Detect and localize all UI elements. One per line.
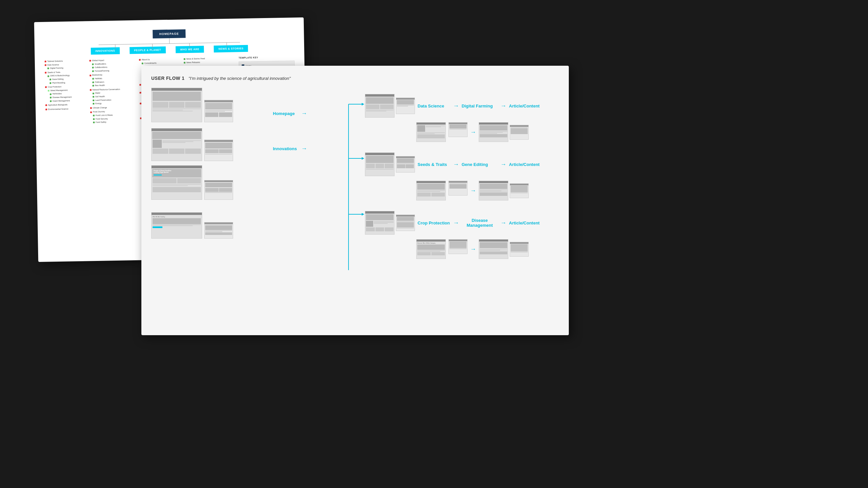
user-flow-label: USER FLOW 1: [151, 75, 184, 81]
wf-article-content-1: [479, 122, 508, 142]
wf-innovations-2: [204, 140, 233, 161]
homepage-box: HOMEPAGE: [153, 29, 185, 38]
wf-article-1: Who We Are heading: [151, 212, 202, 238]
template-key-title: TEMPLATE KEY: [239, 56, 294, 59]
wf-disease-mgmt-sm: [448, 239, 468, 254]
wf-article-content-2-sm: [509, 183, 529, 198]
sitemap-col-innovations: Tailored Solutions Data Science Digital …: [45, 59, 88, 125]
label-digital-farming: Digital Farming: [462, 103, 498, 108]
arrow-4: →: [500, 102, 506, 109]
wf-article-content-2: [479, 181, 508, 200]
wf-people-planet-2: [204, 180, 233, 200]
label-disease-mgmt: DiseaseManagement: [462, 218, 498, 228]
svg-marker-4: [362, 103, 364, 105]
svg-marker-5: [362, 157, 364, 160]
arrow-6: →: [500, 161, 506, 168]
nav-who-we-are: WHO WE ARE: [176, 46, 204, 53]
wf-data-science: [365, 94, 395, 118]
arrow-dm: →: [470, 246, 476, 253]
wf-gene-editing-sm: [448, 181, 468, 196]
branch-svg: [342, 86, 368, 316]
wf-digital-farming-sm: [448, 122, 468, 137]
wf-article-content-1-sm: [509, 125, 529, 140]
arrow-3: →: [453, 102, 459, 109]
label-article-1: Article/Content: [509, 103, 539, 108]
arrow-2: →: [301, 145, 307, 152]
arrow-5: →: [453, 161, 459, 168]
arrow-7: →: [453, 220, 459, 226]
wf-article-content-3-sm: [509, 242, 529, 257]
label-seeds-traits: Seeds & Traits: [417, 162, 451, 167]
wf-homepage-2: [204, 100, 233, 122]
arrow-ge: →: [470, 187, 476, 194]
label-article-3: Article/Content: [509, 221, 539, 225]
branch-flow-area: Data Science → Digital Farming → Article…: [342, 86, 559, 329]
wf-crop-protection-sm: [396, 215, 415, 231]
arrow-8: →: [500, 220, 506, 226]
user-flow-quote: "I'm intrigued by the science of agricul…: [188, 76, 291, 81]
flow-label-homepage: Homepage: [273, 111, 299, 116]
svg-marker-6: [362, 213, 364, 216]
arrow-df: →: [470, 129, 476, 136]
label-crop-protection: Crop Protection: [417, 221, 451, 225]
flow-middle-section: Homepage → Innovations →: [270, 86, 342, 329]
label-data-science: Data Science: [417, 103, 451, 108]
userflow-document: USER FLOW 1 "I'm intrigued by the scienc…: [142, 66, 569, 335]
wf-homepage-1: [151, 88, 202, 122]
wf-crop-protection: [365, 211, 395, 235]
arrow-1: →: [301, 110, 307, 117]
label-gene-editing: Gene Editing: [462, 162, 498, 167]
wf-disease-mgmt: Discover More Within Category: [416, 239, 446, 259]
wireframe-left-col: People & Planet HeadlineLanding Page Ban…: [151, 86, 270, 329]
wf-people-planet-1: People & Planet HeadlineLanding Page Ban…: [151, 165, 202, 200]
wf-innovations-1: [151, 128, 202, 161]
wf-article-content-3: [479, 239, 508, 259]
sitemap-col-people-planet: Global Impact Smallholders Collaboration…: [89, 59, 138, 125]
sitemap-nav-row: INNOVATIONS PEOPLE & PLANET WHO WE ARE N…: [44, 44, 294, 55]
wf-seeds-traits-sm: [396, 156, 415, 172]
wf-data-science-sm: [396, 98, 415, 114]
nav-people-planet: PEOPLE & PLANET: [129, 46, 166, 54]
right-panels-container: Data Science → Digital Farming → Article…: [365, 86, 539, 329]
wf-article-2: [204, 222, 233, 238]
label-article-2: Article/Content: [509, 162, 539, 167]
nav-news-stories: NEWS & STORIES: [214, 45, 248, 53]
wf-gene-editing: [416, 181, 446, 200]
wf-seeds-traits: [365, 153, 395, 176]
sitemap-homepage-container: HOMEPAGE: [44, 27, 294, 46]
flow-label-innovations: Innovations: [273, 146, 299, 151]
wf-digital-farming: [416, 122, 446, 142]
